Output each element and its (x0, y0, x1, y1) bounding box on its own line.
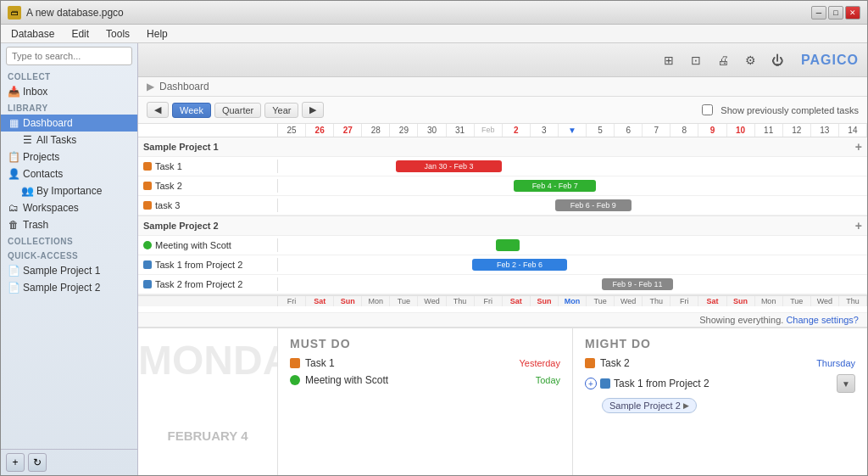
sidebar-item-dashboard[interactable]: ▦ Dashboard (1, 115, 137, 132)
window-title: A new database.pgco (26, 7, 124, 19)
sidebar-item-inbox[interactable]: 📥 Inbox (1, 83, 137, 100)
table-row: Task 1 from Project 2 Feb 2 - Feb 6 (138, 255, 867, 275)
sidebar-footer: + ↻ (1, 449, 137, 475)
close-button[interactable]: ✕ (845, 6, 860, 20)
toolbar-icon-3[interactable]: 🖨 (713, 50, 733, 70)
sidebar-item-contacts[interactable]: 👤 Contacts (1, 165, 137, 182)
must-task1-icon (290, 358, 300, 368)
must-task2-date: Today (536, 375, 560, 385)
window-controls: ─ □ ✕ (811, 6, 860, 20)
february-label: FEBRUARY 4 (167, 428, 248, 443)
task3-name: task 3 (155, 200, 180, 210)
day-thu-2: Thu (643, 296, 670, 306)
search-input[interactable] (6, 47, 132, 65)
day-fri-3: Fri (670, 296, 698, 306)
cal-prev-button[interactable]: ◀ (147, 102, 169, 118)
task3-label-cell: task 3 (138, 199, 278, 212)
project2-icon: 📄 (8, 282, 19, 294)
cal-date-26: 26 (306, 124, 334, 137)
sidebar-item-project2[interactable]: 📄 Sample Project 2 (1, 279, 137, 296)
cal-next-button[interactable]: ▶ (302, 102, 324, 118)
add-button[interactable]: + (6, 453, 25, 472)
toolbar-icon-5[interactable]: ⏻ (767, 50, 787, 70)
sidebar-item-all-tasks[interactable]: ☰ All Tasks (1, 132, 137, 148)
project-badge[interactable]: Sample Project 2 ▶ (602, 398, 697, 413)
day-wed-3: Wed (811, 296, 839, 306)
menu-tools[interactable]: Tools (99, 26, 136, 42)
show-completed-label: Show previously completed tasks (721, 105, 859, 115)
quick-access-section-label: QUICK-ACCESS (1, 248, 137, 262)
app-toolbar: ⊞ ⊡ 🖨 ⚙ ⏻ PAGICO (138, 43, 867, 77)
workspaces-icon: 🗂 (8, 202, 19, 214)
list-item: + Task 1 from Project 2 ▼ (585, 374, 855, 393)
cal-date-25: 25 (278, 124, 306, 137)
breadcrumb-arrow: ▶ (147, 81, 154, 92)
sidebar-item-project1[interactable]: 📄 Sample Project 1 (1, 262, 137, 279)
cal-date-14: 14 (839, 124, 867, 137)
menu-edit[interactable]: Edit (64, 26, 96, 42)
cal-date-10: 10 (727, 124, 755, 137)
cal-date-29: 29 (390, 124, 418, 137)
project-badge-label: Sample Project 2 (609, 400, 681, 411)
down-arrow-button[interactable]: ▼ (837, 374, 855, 393)
cal-date-today: ▼ (559, 124, 587, 137)
p2task2-name: Task 2 from Project 2 (155, 279, 242, 289)
might-task1-date: Thursday (816, 358, 855, 368)
task3-bar: Feb 6 - Feb 9 (555, 199, 632, 211)
all-tasks-icon: ☰ (21, 134, 33, 146)
project2-add-button[interactable]: + (855, 219, 862, 232)
day-labels-row: Fri Sat Sun Mon Tue Wed Thu Fri Sat Sun … (138, 295, 867, 306)
must-do-section: MUST DO Task 1 Yesterday Meeting with Sc… (278, 328, 572, 475)
task1-bar-label: Jan 30 - Feb 3 (425, 162, 474, 171)
refresh-button[interactable]: ↻ (28, 453, 47, 472)
task2-label-cell: Task 2 (138, 179, 278, 193)
day-sat-3: Sat (698, 296, 726, 306)
task2-bar-label: Feb 4 - Feb 7 (532, 182, 578, 190)
menu-help[interactable]: Help (140, 26, 175, 42)
project-badge-arrow: ▶ (683, 401, 689, 410)
collect-section-label: COLLECT (1, 69, 137, 83)
toolbar-icon-1[interactable]: ⊞ (659, 50, 679, 70)
meeting-bar (496, 239, 520, 251)
project1-add-button[interactable]: + (855, 140, 862, 154)
sidebar-item-by-importance[interactable]: 👥 By Importance (1, 182, 137, 199)
contacts-label: Contacts (23, 168, 63, 180)
minimize-button[interactable]: ─ (811, 6, 826, 20)
collections-section-label: COLLECTIONS (1, 233, 137, 248)
might-task2-label: Task 1 from Project 2 (614, 378, 833, 389)
task3-bar-label: Feb 6 - Feb 9 (570, 201, 616, 210)
inbox-icon: 📥 (8, 86, 19, 98)
maximize-button[interactable]: □ (828, 6, 843, 20)
day-tue-2: Tue (587, 296, 615, 306)
toolbar-icon-2[interactable]: ⊡ (686, 50, 706, 70)
sidebar-item-projects[interactable]: 📋 Projects (1, 148, 137, 165)
p2task1-icon (143, 260, 152, 269)
day-tue-1: Tue (390, 296, 418, 306)
p2task2-grid: Feb 9 - Feb 11 (278, 275, 867, 294)
day-thu-3: Thu (839, 296, 867, 306)
menu-database[interactable]: Database (4, 26, 61, 42)
add-circle-icon: + (585, 378, 597, 389)
calendar-dates-row: 25 26 27 28 29 30 31 Feb 2 3 ▼ 5 6 7 (138, 124, 867, 137)
day-mon-2: Mon (559, 296, 587, 306)
cal-year-button[interactable]: Year (264, 103, 298, 118)
cal-date-27: 27 (334, 124, 362, 137)
show-completed-checkbox[interactable] (702, 104, 713, 115)
day-view: MONDAY FEBRUARY 4 MUST DO Task 1 Yesterd… (138, 327, 867, 475)
toolbar-icon-4[interactable]: ⚙ (740, 50, 760, 70)
day-tue-3: Tue (783, 296, 811, 306)
sidebar-item-trash[interactable]: 🗑 Trash (1, 216, 137, 233)
cal-week-button[interactable]: Week (172, 103, 211, 118)
change-settings-link[interactable]: Change settings? (786, 315, 859, 325)
inbox-label: Inbox (23, 86, 47, 98)
might-task1-label: Task 2 (600, 357, 811, 369)
project1-section: Sample Project 1 + Task 1 Jan 30 - (138, 137, 867, 216)
day-thu-1: Thu (447, 296, 475, 306)
dashboard-icon: ▦ (8, 117, 19, 129)
cal-date-8: 8 (670, 124, 698, 137)
cal-quarter-button[interactable]: Quarter (214, 103, 261, 118)
trash-label: Trash (23, 219, 48, 231)
task1-bar: Jan 30 - Feb 3 (396, 160, 502, 172)
search-container (1, 43, 137, 69)
sidebar-item-workspaces[interactable]: 🗂 Workspaces (1, 199, 137, 216)
